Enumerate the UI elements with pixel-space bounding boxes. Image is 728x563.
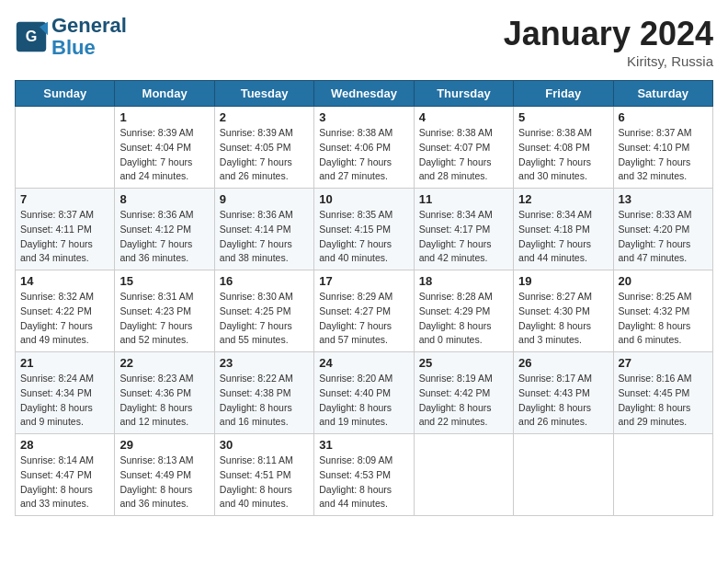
day-number: 25 [419,356,508,370]
calendar-cell: 23Sunrise: 8:22 AMSunset: 4:38 PMDayligh… [214,352,313,434]
calendar-cell: 1Sunrise: 8:39 AMSunset: 4:04 PMDaylight… [115,107,214,189]
day-number: 27 [619,356,708,370]
day-number: 24 [319,356,408,370]
calendar-cell [613,434,712,516]
calendar-cell: 7Sunrise: 8:37 AMSunset: 4:11 PMDaylight… [16,189,115,270]
day-header-saturday: Saturday [613,81,712,107]
day-number: 21 [20,356,109,370]
calendar-cell: 2Sunrise: 8:39 AMSunset: 4:05 PMDaylight… [214,107,313,189]
day-info: Sunrise: 8:13 AMSunset: 4:49 PMDaylight:… [119,454,209,511]
calendar-table: SundayMondayTuesdayWednesdayThursdayFrid… [15,80,713,516]
day-info: Sunrise: 8:36 AMSunset: 4:14 PMDaylight:… [220,208,309,266]
day-info: Sunrise: 8:20 AMSunset: 4:40 PMDaylight:… [319,372,408,430]
calendar-cell: 5Sunrise: 8:38 AMSunset: 4:08 PMDaylight… [514,107,613,189]
day-info: Sunrise: 8:30 AMSunset: 4:25 PMDaylight:… [220,290,309,348]
calendar-cell: 22Sunrise: 8:23 AMSunset: 4:36 PMDayligh… [115,352,214,434]
day-info: Sunrise: 8:34 AMSunset: 4:18 PMDaylight:… [518,208,608,266]
day-info: Sunrise: 8:36 AMSunset: 4:12 PMDaylight:… [119,208,209,266]
calendar-cell: 12Sunrise: 8:34 AMSunset: 4:18 PMDayligh… [514,189,613,270]
day-number: 5 [518,110,608,124]
day-info: Sunrise: 8:16 AMSunset: 4:45 PMDaylight:… [619,372,708,430]
day-number: 13 [619,192,708,206]
day-number: 20 [619,274,708,288]
logo: G GeneralBlue [15,15,127,59]
calendar-cell: 30Sunrise: 8:11 AMSunset: 4:51 PMDayligh… [214,434,313,516]
day-number: 9 [220,192,309,206]
day-header-thursday: Thursday [414,81,513,107]
calendar-header: SundayMondayTuesdayWednesdayThursdayFrid… [16,81,713,107]
day-number: 22 [119,356,209,370]
day-number: 15 [119,274,209,288]
calendar-week-3: 14Sunrise: 8:32 AMSunset: 4:22 PMDayligh… [16,270,713,352]
calendar-cell: 14Sunrise: 8:32 AMSunset: 4:22 PMDayligh… [16,270,115,352]
calendar-cell [16,107,115,189]
day-number: 14 [20,274,109,288]
calendar-cell: 17Sunrise: 8:29 AMSunset: 4:27 PMDayligh… [314,270,414,352]
day-number: 11 [419,192,508,206]
day-number: 29 [119,438,209,452]
day-info: Sunrise: 8:22 AMSunset: 4:38 PMDaylight:… [220,372,309,430]
day-header-friday: Friday [514,81,613,107]
title-block: January 2024 Kiritsy, Russia [504,15,713,69]
location-subtitle: Kiritsy, Russia [504,53,713,69]
day-number: 28 [20,438,109,452]
day-number: 3 [319,110,408,124]
day-header-wednesday: Wednesday [314,81,414,107]
calendar-week-5: 28Sunrise: 8:14 AMSunset: 4:47 PMDayligh… [16,434,713,516]
day-info: Sunrise: 8:39 AMSunset: 4:04 PMDaylight:… [119,126,209,184]
day-info: Sunrise: 8:37 AMSunset: 4:10 PMDaylight:… [619,126,708,184]
calendar-cell: 25Sunrise: 8:19 AMSunset: 4:42 PMDayligh… [414,352,513,434]
calendar-cell: 3Sunrise: 8:38 AMSunset: 4:06 PMDaylight… [314,107,414,189]
svg-text:G: G [26,29,38,45]
calendar-cell: 18Sunrise: 8:28 AMSunset: 4:29 PMDayligh… [414,270,513,352]
day-number: 23 [220,356,309,370]
day-number: 1 [119,110,209,124]
calendar-cell: 11Sunrise: 8:34 AMSunset: 4:17 PMDayligh… [414,189,513,270]
logo-icon: G [15,20,48,53]
calendar-cell: 27Sunrise: 8:16 AMSunset: 4:45 PMDayligh… [613,352,712,434]
calendar-cell: 26Sunrise: 8:17 AMSunset: 4:43 PMDayligh… [514,352,613,434]
logo-text: GeneralBlue [51,15,127,59]
day-number: 7 [20,192,109,206]
day-info: Sunrise: 8:09 AMSunset: 4:53 PMDaylight:… [319,454,408,511]
calendar-cell: 16Sunrise: 8:30 AMSunset: 4:25 PMDayligh… [214,270,313,352]
day-info: Sunrise: 8:32 AMSunset: 4:22 PMDaylight:… [20,290,109,348]
day-number: 18 [419,274,508,288]
calendar-cell: 21Sunrise: 8:24 AMSunset: 4:34 PMDayligh… [16,352,115,434]
calendar-cell: 4Sunrise: 8:38 AMSunset: 4:07 PMDaylight… [414,107,513,189]
day-number: 4 [419,110,508,124]
day-number: 12 [518,192,608,206]
day-info: Sunrise: 8:28 AMSunset: 4:29 PMDaylight:… [419,290,508,348]
day-info: Sunrise: 8:29 AMSunset: 4:27 PMDaylight:… [319,290,408,348]
calendar-cell: 6Sunrise: 8:37 AMSunset: 4:10 PMDaylight… [613,107,712,189]
calendar-cell: 9Sunrise: 8:36 AMSunset: 4:14 PMDaylight… [214,189,313,270]
day-info: Sunrise: 8:39 AMSunset: 4:05 PMDaylight:… [220,126,309,184]
calendar-cell: 8Sunrise: 8:36 AMSunset: 4:12 PMDaylight… [115,189,214,270]
day-header-sunday: Sunday [16,81,115,107]
day-info: Sunrise: 8:34 AMSunset: 4:17 PMDaylight:… [419,208,508,266]
day-number: 31 [319,438,408,452]
day-info: Sunrise: 8:17 AMSunset: 4:43 PMDaylight:… [518,372,608,430]
day-header-tuesday: Tuesday [214,81,313,107]
day-number: 2 [220,110,309,124]
calendar-cell: 10Sunrise: 8:35 AMSunset: 4:15 PMDayligh… [314,189,414,270]
day-number: 26 [518,356,608,370]
day-info: Sunrise: 8:37 AMSunset: 4:11 PMDaylight:… [20,208,109,266]
day-info: Sunrise: 8:27 AMSunset: 4:30 PMDaylight:… [518,290,608,348]
calendar-cell: 24Sunrise: 8:20 AMSunset: 4:40 PMDayligh… [314,352,414,434]
day-info: Sunrise: 8:35 AMSunset: 4:15 PMDaylight:… [319,208,408,266]
day-number: 16 [220,274,309,288]
day-info: Sunrise: 8:24 AMSunset: 4:34 PMDaylight:… [20,372,109,430]
calendar-cell: 19Sunrise: 8:27 AMSunset: 4:30 PMDayligh… [514,270,613,352]
day-number: 10 [319,192,408,206]
day-number: 17 [319,274,408,288]
day-info: Sunrise: 8:38 AMSunset: 4:08 PMDaylight:… [518,126,608,184]
calendar-cell [414,434,513,516]
calendar-week-2: 7Sunrise: 8:37 AMSunset: 4:11 PMDaylight… [16,189,713,270]
calendar-cell: 31Sunrise: 8:09 AMSunset: 4:53 PMDayligh… [314,434,414,516]
day-info: Sunrise: 8:33 AMSunset: 4:20 PMDaylight:… [619,208,708,266]
day-info: Sunrise: 8:31 AMSunset: 4:23 PMDaylight:… [119,290,209,348]
month-title: January 2024 [504,15,713,53]
day-number: 30 [220,438,309,452]
calendar-week-4: 21Sunrise: 8:24 AMSunset: 4:34 PMDayligh… [16,352,713,434]
